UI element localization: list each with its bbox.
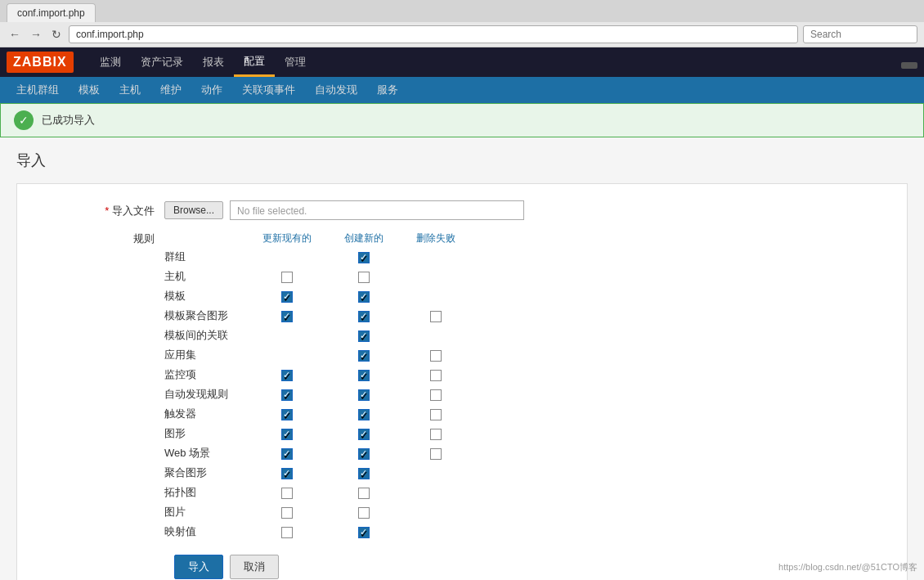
browser-tab[interactable]: conf.import.php [7, 3, 96, 22]
create-checkbox[interactable] [358, 488, 370, 499]
table-row: Web 场景✓✓ [164, 443, 472, 463]
rule-update-cell [246, 326, 328, 345]
create-checkbox[interactable]: ✓ [358, 409, 370, 420]
create-checkbox[interactable]: ✓ [358, 311, 370, 322]
create-checkbox[interactable]: ✓ [358, 429, 370, 440]
rule-name: 触发器 [164, 404, 246, 424]
rule-update-cell [246, 522, 328, 542]
delete-checkbox[interactable] [430, 350, 442, 362]
rule-name: Web 场景 [164, 443, 246, 463]
rules-col-delete: 删除失败 [400, 230, 472, 247]
update-checkbox[interactable]: ✓ [281, 389, 293, 401]
sec-nav-actions[interactable]: 动作 [191, 77, 232, 103]
sec-nav-services[interactable]: 服务 [367, 77, 408, 103]
create-checkbox[interactable]: ✓ [358, 527, 370, 538]
sec-nav-templates[interactable]: 模板 [69, 77, 110, 103]
rule-delete-cell [400, 522, 472, 542]
rule-delete-cell [400, 463, 472, 483]
sec-nav-correlation[interactable]: 关联项事件 [232, 77, 305, 103]
rule-create-cell: ✓ [328, 443, 400, 463]
sec-nav-host-groups[interactable]: 主机群组 [7, 77, 69, 103]
update-checkbox[interactable] [281, 272, 293, 283]
delete-checkbox[interactable] [430, 311, 442, 322]
rule-delete-cell [400, 502, 472, 522]
nav-item-reports[interactable]: 报表 [193, 47, 234, 77]
back-button[interactable]: ← [7, 28, 23, 41]
nav-item-config[interactable]: 配置 [234, 47, 275, 77]
rule-update-cell [246, 247, 328, 267]
delete-checkbox[interactable] [430, 370, 442, 381]
import-button[interactable]: 导入 [174, 555, 223, 579]
forward-button[interactable]: → [28, 28, 44, 41]
update-checkbox[interactable]: ✓ [281, 448, 293, 460]
update-checkbox[interactable] [281, 507, 293, 519]
footer-hint: https://blog.csdn.net/@51CTO博客 [778, 561, 917, 573]
table-row: 模板聚合图形✓✓ [164, 306, 472, 326]
rule-name: 映射值 [164, 522, 246, 542]
nav-item-assets[interactable]: 资产记录 [131, 47, 193, 77]
rule-delete-cell [400, 247, 472, 267]
create-checkbox[interactable]: ✓ [358, 252, 370, 263]
rule-delete-cell [400, 286, 472, 306]
table-row: 模板✓✓ [164, 286, 472, 306]
rule-delete-cell [400, 404, 472, 424]
browser-search-input[interactable] [803, 25, 917, 43]
user-button[interactable] [901, 62, 917, 69]
rule-delete-cell [400, 345, 472, 365]
delete-checkbox[interactable] [430, 448, 442, 460]
create-checkbox[interactable]: ✓ [358, 468, 370, 479]
rule-create-cell: ✓ [328, 247, 400, 267]
rule-update-cell: ✓ [246, 306, 328, 326]
create-checkbox[interactable] [358, 272, 370, 283]
rules-col-name [164, 230, 246, 247]
rule-update-cell: ✓ [246, 463, 328, 483]
rule-name: 模板聚合图形 [164, 306, 246, 326]
table-row: 群组✓ [164, 247, 472, 267]
rules-table: 更新现有的 创建新的 删除失败 群组✓主机模板✓✓模板聚合图形✓✓模板间的关联✓… [164, 230, 472, 542]
update-checkbox[interactable]: ✓ [281, 291, 293, 303]
create-checkbox[interactable]: ✓ [358, 350, 370, 362]
rule-delete-cell [400, 365, 472, 384]
create-checkbox[interactable]: ✓ [358, 389, 370, 401]
update-checkbox[interactable]: ✓ [281, 370, 293, 381]
rule-delete-cell [400, 483, 472, 502]
browse-button[interactable]: Browse... [164, 201, 223, 219]
delete-checkbox[interactable] [430, 429, 442, 440]
success-message-bar: ✓ 已成功导入 [0, 103, 924, 137]
create-checkbox[interactable]: ✓ [358, 330, 370, 342]
create-checkbox[interactable]: ✓ [358, 291, 370, 303]
update-checkbox[interactable]: ✓ [281, 429, 293, 440]
sec-nav-maintenance[interactable]: 维护 [150, 77, 191, 103]
browser-chrome: conf.import.php ← → ↻ [0, 0, 924, 47]
delete-checkbox[interactable] [430, 409, 442, 420]
cancel-button[interactable]: 取消 [230, 555, 279, 579]
delete-checkbox[interactable] [430, 389, 442, 401]
rule-update-cell: ✓ [246, 286, 328, 306]
rule-name: 模板间的关联 [164, 326, 246, 345]
table-row: 映射值✓ [164, 522, 472, 542]
rules-table-container: 更新现有的 创建新的 删除失败 群组✓主机模板✓✓模板聚合图形✓✓模板间的关联✓… [164, 230, 472, 542]
update-checkbox[interactable]: ✓ [281, 311, 293, 322]
rule-update-cell: ✓ [246, 384, 328, 404]
rule-delete-cell [400, 267, 472, 286]
table-row: 图形✓✓ [164, 424, 472, 443]
address-bar[interactable] [69, 25, 798, 43]
sec-nav-hosts[interactable]: 主机 [110, 77, 150, 103]
refresh-button[interactable]: ↻ [49, 28, 64, 41]
rule-create-cell: ✓ [328, 326, 400, 345]
update-checkbox[interactable]: ✓ [281, 409, 293, 420]
sec-nav-discovery[interactable]: 自动发现 [305, 77, 367, 103]
rule-create-cell: ✓ [328, 345, 400, 365]
create-checkbox[interactable] [358, 507, 370, 519]
rule-update-cell [246, 483, 328, 502]
rule-create-cell: ✓ [328, 306, 400, 326]
nav-item-manage[interactable]: 管理 [275, 47, 316, 77]
rule-create-cell: ✓ [328, 522, 400, 542]
create-checkbox[interactable]: ✓ [358, 370, 370, 381]
rule-delete-cell [400, 384, 472, 404]
create-checkbox[interactable]: ✓ [358, 448, 370, 460]
nav-item-monitor[interactable]: 监测 [90, 47, 131, 77]
update-checkbox[interactable]: ✓ [281, 468, 293, 479]
update-checkbox[interactable] [281, 527, 293, 538]
update-checkbox[interactable] [281, 488, 293, 499]
